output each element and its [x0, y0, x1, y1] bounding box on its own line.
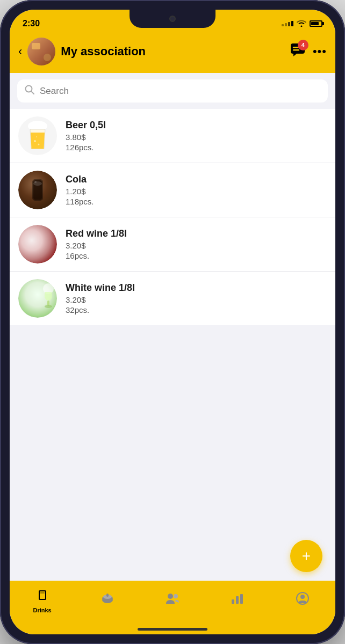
product-price: 1.20$ [66, 187, 327, 196]
avatar[interactable] [27, 38, 55, 65]
svg-rect-24 [106, 594, 109, 597]
phone-frame: 2:30 [0, 0, 345, 644]
product-image-redwine [18, 225, 57, 264]
add-button[interactable]: + [290, 540, 322, 572]
svg-point-9 [38, 144, 40, 145]
svg-point-26 [174, 594, 178, 598]
back-button[interactable]: ‹ [18, 45, 22, 58]
nav-label-drinks: Drinks [33, 607, 51, 613]
battery-icon [310, 20, 322, 27]
camera [169, 16, 176, 22]
nav-item-drinks[interactable]: Drinks [10, 581, 75, 624]
svg-rect-29 [240, 594, 243, 604]
svg-rect-27 [232, 599, 234, 604]
home-indicator-area [10, 624, 335, 634]
product-price: 3.80$ [66, 133, 327, 142]
food-icon [100, 591, 114, 609]
svg-rect-2 [293, 49, 299, 51]
product-info-cola: Cola 1.20$ 118pcs. [66, 174, 327, 206]
notification-button[interactable]: 4 [290, 43, 305, 61]
header-left: ‹ My association [18, 38, 146, 65]
account-icon [296, 591, 310, 609]
product-price: 3.20$ [66, 295, 327, 304]
search-input[interactable] [40, 86, 320, 97]
nav-item-account[interactable] [270, 581, 335, 624]
page-title: My association [61, 45, 146, 58]
svg-rect-28 [236, 596, 239, 604]
status-time: 2:30 [23, 19, 40, 28]
product-qty: 32pcs. [66, 305, 327, 314]
bottom-nav: Drinks [10, 581, 335, 624]
cola-illustration [18, 171, 57, 209]
beer-illustration [18, 116, 57, 155]
svg-point-10 [36, 136, 37, 137]
svg-point-7 [40, 122, 46, 128]
svg-point-6 [29, 122, 35, 128]
wifi-icon [297, 19, 306, 28]
notch [130, 10, 215, 28]
product-price: 3.20$ [66, 241, 327, 250]
svg-line-4 [31, 91, 34, 94]
svg-rect-20 [40, 592, 45, 594]
product-image-beer [18, 116, 57, 155]
product-qty: 118pcs. [66, 197, 327, 206]
notification-badge: 4 [298, 40, 308, 50]
product-name: Red wine 1/8l [66, 228, 327, 239]
product-qty: 126pcs. [66, 143, 327, 152]
stats-icon [231, 592, 245, 608]
header: ‹ My association 4 [10, 33, 335, 73]
redwine-illustration [18, 225, 57, 264]
svg-point-25 [168, 594, 173, 599]
nav-item-stats[interactable] [205, 581, 270, 624]
fab-container: + [10, 538, 335, 581]
list-item[interactable]: Red wine 1/8l 3.20$ 16pcs. [10, 217, 335, 272]
product-name: Cola [66, 174, 327, 185]
svg-point-31 [300, 595, 305, 599]
header-right: 4 ••• [290, 43, 327, 61]
product-name: Beer 0,5l [66, 120, 327, 131]
phone-screen: 2:30 [10, 10, 335, 634]
product-info-beer: Beer 0,5l 3.80$ 126pcs. [66, 120, 327, 152]
product-info-redwine: Red wine 1/8l 3.20$ 16pcs. [66, 228, 327, 260]
search-icon [25, 85, 34, 97]
members-icon [165, 592, 180, 608]
svg-rect-14 [34, 181, 37, 182]
list-item[interactable]: White wine 1/8l 3.20$ 32pcs. [10, 272, 335, 325]
search-container [10, 73, 335, 109]
svg-point-8 [34, 140, 36, 142]
svg-point-17 [45, 305, 52, 308]
product-qty: 16pcs. [66, 251, 327, 260]
home-indicator[interactable] [138, 628, 207, 631]
whitewine-illustration [18, 279, 57, 318]
more-button[interactable]: ••• [313, 45, 327, 58]
list-item[interactable]: Cola 1.20$ 118pcs. [10, 163, 335, 217]
product-image-whitewine [18, 279, 57, 318]
signal-icon [282, 21, 293, 26]
search-box [17, 79, 328, 103]
product-info-whitewine: White wine 1/8l 3.20$ 32pcs. [66, 282, 327, 314]
nav-item-members[interactable] [140, 581, 205, 624]
drinks-icon [36, 589, 49, 605]
list-item[interactable]: Beer 0,5l 3.80$ 126pcs. [10, 109, 335, 163]
product-image-cola [18, 171, 57, 209]
product-name: White wine 1/8l [66, 282, 327, 294]
nav-item-food[interactable] [75, 581, 140, 624]
product-list: Beer 0,5l 3.80$ 126pcs. [10, 109, 335, 538]
status-icons [282, 19, 322, 28]
